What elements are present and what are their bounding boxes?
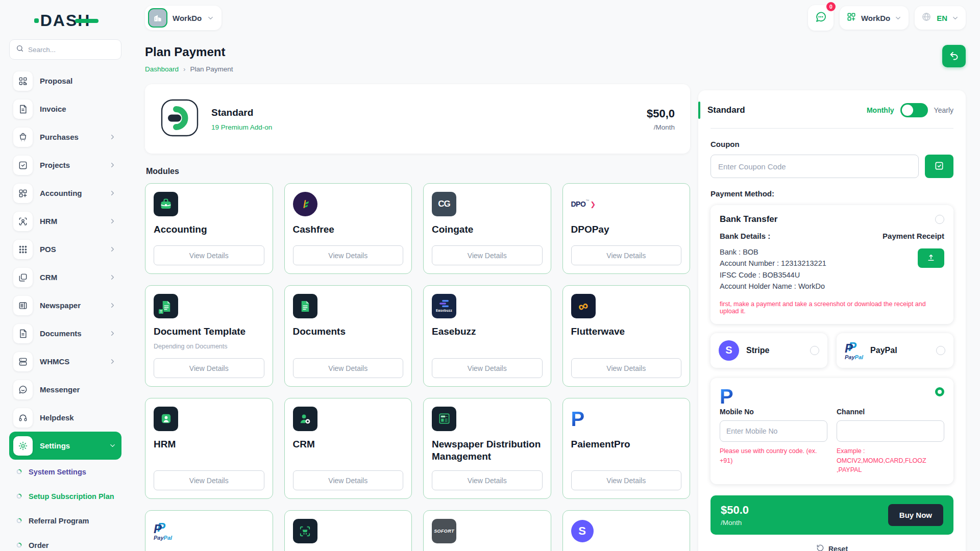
view-details-button[interactable]: View Details <box>432 245 543 265</box>
view-details-button[interactable]: View Details <box>571 470 682 490</box>
paiementpro-radio[interactable] <box>935 387 944 396</box>
back-arrow-icon <box>949 51 959 62</box>
topbar: WorkDo 0 WorkDo EN <box>145 5 966 31</box>
messenger-icon <box>13 380 33 399</box>
module-card-documents: Documents View Details <box>284 285 412 387</box>
workspace-switcher[interactable]: WorkDo <box>145 6 222 30</box>
sidebar-item-pos[interactable]: POS <box>9 235 121 263</box>
globe-icon <box>921 12 932 24</box>
bank-details-list: Bank : BOBAccount Number : 12313213221IF… <box>720 246 826 292</box>
sidebar-item-purchases[interactable]: Purchases <box>9 123 121 151</box>
modules-heading: Modules <box>146 167 690 176</box>
view-details-button[interactable]: View Details <box>432 358 543 378</box>
view-details-button[interactable]: View Details <box>154 245 264 265</box>
sidebar-search[interactable] <box>9 39 121 60</box>
main-area: WorkDo 0 WorkDo EN Plan Payment Da <box>131 0 980 551</box>
sidebar-item-hrm[interactable]: HRM <box>9 207 121 235</box>
chevron-down-icon <box>109 442 116 449</box>
plan-accent-bar <box>698 102 700 119</box>
view-details-button[interactable]: View Details <box>293 470 404 490</box>
stripe-radio[interactable] <box>810 346 819 355</box>
view-details-button[interactable]: View Details <box>571 245 682 265</box>
sidebar-item-helpdesk[interactable]: Helpdesk <box>9 404 121 432</box>
app-switcher-button[interactable]: WorkDo <box>840 6 909 30</box>
sidebar-item-whmcs[interactable]: WHMCS <box>9 347 121 375</box>
submenu-item-system-settings[interactable]: System Settings <box>16 460 121 484</box>
plan-summary-card: Standard 19 Premium Add-on $50,0 /Month <box>145 84 690 154</box>
messages-button[interactable]: 0 <box>808 5 834 31</box>
channel-input[interactable] <box>837 420 944 442</box>
search-icon <box>16 44 24 55</box>
bank-transfer-radio[interactable] <box>935 215 944 224</box>
bank-detail-line: Account Holder Name : WorkDo <box>720 281 826 292</box>
view-details-button[interactable]: View Details <box>293 245 404 265</box>
chevron-right-icon <box>109 302 116 309</box>
module-card-paypal: PPPayPal View Details <box>145 510 273 551</box>
sidebar-item-accounting[interactable]: Accounting <box>9 179 121 207</box>
submenu-bullet-icon <box>16 517 22 525</box>
billing-toggle[interactable] <box>900 103 928 117</box>
premium-addon-link[interactable]: 19 Premium Add-on <box>211 123 634 131</box>
billing-monthly-label: Monthly <box>867 106 894 114</box>
chevron-right-icon <box>109 273 116 281</box>
dpopay-logo: DPO™❯ <box>571 192 682 216</box>
apply-coupon-button[interactable] <box>925 155 953 178</box>
sidebar-item-messenger[interactable]: Messenger <box>9 375 121 404</box>
settings-submenu: System Settings Setup Subscription Plan … <box>9 460 121 551</box>
hrm-logo <box>154 407 264 431</box>
purchases-icon <box>13 128 33 147</box>
sidebar-item-projects[interactable]: Projects <box>9 151 121 179</box>
chat-icon <box>815 11 827 25</box>
submenu-item-setup-subscription-plan[interactable]: Setup Subscription Plan <box>16 484 121 509</box>
module-card-crm: CRM View Details <box>284 398 412 499</box>
module-card-flutterwave: ∞ Flutterwave View Details <box>562 285 691 387</box>
accounting-icon <box>13 184 33 203</box>
mobile-no-input[interactable] <box>720 420 827 442</box>
search-input[interactable] <box>28 46 115 54</box>
submenu-item-order[interactable]: Order <box>16 533 121 551</box>
back-button[interactable] <box>942 45 966 67</box>
coupon-input[interactable] <box>710 155 919 178</box>
sidebar-item-newspaper[interactable]: Newspaper <box>9 291 121 319</box>
reset-button[interactable]: Reset <box>710 544 953 551</box>
sidebar-item-settings[interactable]: Settings <box>9 432 121 460</box>
paypal-option-card[interactable]: PP PayPal PayPal <box>837 333 953 368</box>
submenu-item-referral-program[interactable]: Referral Program <box>16 509 121 533</box>
helpdesk-icon <box>13 408 33 428</box>
breadcrumb: Dashboard › Plan Payment <box>145 65 233 73</box>
possystem-logo <box>293 519 404 543</box>
module-card-possystem: View Details <box>284 510 412 551</box>
settings-icon <box>13 436 33 456</box>
view-details-button[interactable]: View Details <box>154 358 264 378</box>
sidebar-item-documents[interactable]: Documents <box>9 319 121 347</box>
sidebar-item-invoice[interactable]: Invoice <box>9 95 121 123</box>
language-selector[interactable]: EN <box>915 6 966 30</box>
view-details-button[interactable]: View Details <box>571 358 682 378</box>
paypal-logo: PP PayPal <box>845 341 863 360</box>
view-details-button[interactable]: View Details <box>293 358 404 378</box>
mobile-no-label: Mobile No <box>720 408 827 416</box>
sidebar-item-proposal[interactable]: Proposal <box>9 67 121 95</box>
chevron-right-icon <box>109 330 116 337</box>
crm-icon <box>13 268 33 287</box>
upload-receipt-button[interactable] <box>918 248 944 268</box>
bank-detail-line: IFSC Code : BOB3544U <box>720 269 826 281</box>
paypal-logo: PPPayPal <box>154 519 264 543</box>
whmcs-icon <box>13 352 33 371</box>
view-details-button[interactable]: View Details <box>154 470 264 490</box>
billing-yearly-label: Yearly <box>934 106 953 114</box>
submenu-bullet-icon <box>16 541 22 549</box>
stripe-logo: S <box>719 340 739 361</box>
stripe-option-card[interactable]: S Stripe <box>710 333 827 368</box>
breadcrumb-current: Plan Payment <box>190 65 233 73</box>
workspace-name: WorkDo <box>173 14 202 22</box>
plan-period: /Month <box>647 123 675 131</box>
plan-name: Standard <box>211 107 634 118</box>
buy-now-button[interactable]: Buy Now <box>888 504 943 526</box>
breadcrumb-dashboard-link[interactable]: Dashboard <box>145 65 179 73</box>
sidebar-item-crm[interactable]: CRM <box>9 263 121 291</box>
invoice-icon <box>13 99 33 119</box>
view-details-button[interactable]: View Details <box>432 470 543 490</box>
paypal-radio[interactable] <box>936 346 945 355</box>
payment-receipt-label: Payment Receipt <box>883 232 944 240</box>
